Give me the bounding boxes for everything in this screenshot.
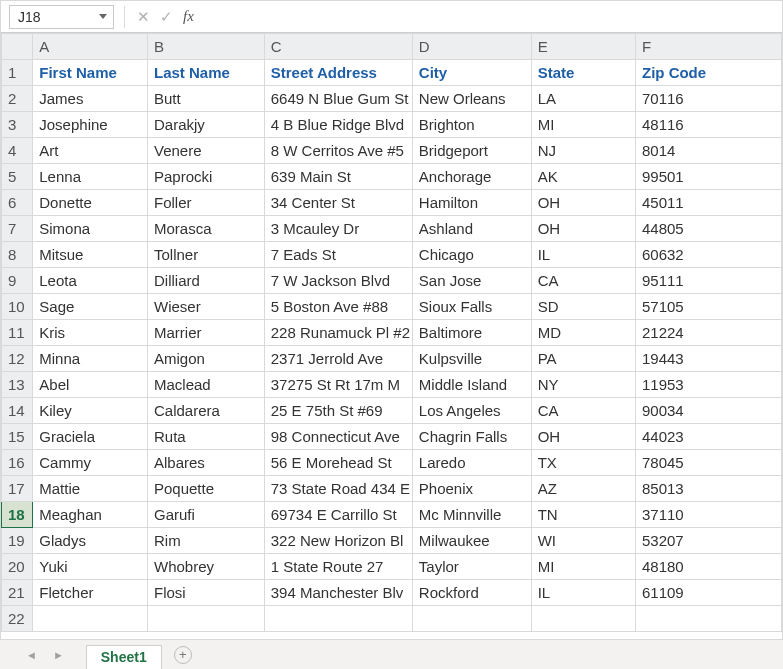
cell[interactable]: Foller bbox=[147, 190, 264, 216]
cell[interactable]: SD bbox=[531, 294, 635, 320]
cell[interactable]: 90034 bbox=[635, 398, 781, 424]
cell[interactable]: San Jose bbox=[412, 268, 531, 294]
row-header[interactable]: 17 bbox=[2, 476, 33, 502]
row-header[interactable]: 22 bbox=[2, 606, 33, 632]
cell[interactable]: OH bbox=[531, 424, 635, 450]
row-header[interactable]: 10 bbox=[2, 294, 33, 320]
cell[interactable]: Paprocki bbox=[147, 164, 264, 190]
cell[interactable]: Wieser bbox=[147, 294, 264, 320]
cell[interactable]: 95111 bbox=[635, 268, 781, 294]
cell[interactable]: Caldarera bbox=[147, 398, 264, 424]
row-header[interactable]: 2 bbox=[2, 86, 33, 112]
cell[interactable]: AZ bbox=[531, 476, 635, 502]
enter-icon[interactable]: ✓ bbox=[160, 8, 173, 26]
cell[interactable] bbox=[147, 606, 264, 632]
cell[interactable]: Donette bbox=[33, 190, 148, 216]
cell[interactable]: Butt bbox=[147, 86, 264, 112]
cell[interactable]: NY bbox=[531, 372, 635, 398]
cell[interactable]: Poquette bbox=[147, 476, 264, 502]
header-cell[interactable]: Street Address bbox=[264, 60, 412, 86]
cell[interactable]: 99501 bbox=[635, 164, 781, 190]
cell[interactable]: IL bbox=[531, 580, 635, 606]
cell[interactable]: Brighton bbox=[412, 112, 531, 138]
cell[interactable]: Rim bbox=[147, 528, 264, 554]
row-header[interactable]: 11 bbox=[2, 320, 33, 346]
row-header[interactable]: 3 bbox=[2, 112, 33, 138]
cell[interactable]: 8 W Cerritos Ave #5 bbox=[264, 138, 412, 164]
cell[interactable]: Mattie bbox=[33, 476, 148, 502]
cell[interactable]: Flosi bbox=[147, 580, 264, 606]
cell[interactable]: 21224 bbox=[635, 320, 781, 346]
cell[interactable]: Chicago bbox=[412, 242, 531, 268]
cell[interactable]: Fletcher bbox=[33, 580, 148, 606]
row-header[interactable]: 7 bbox=[2, 216, 33, 242]
cell[interactable]: 8014 bbox=[635, 138, 781, 164]
cell[interactable]: Maclead bbox=[147, 372, 264, 398]
cell[interactable]: 6649 N Blue Gum St bbox=[264, 86, 412, 112]
cell[interactable]: Dilliard bbox=[147, 268, 264, 294]
cell[interactable]: Los Angeles bbox=[412, 398, 531, 424]
cell[interactable]: 85013 bbox=[635, 476, 781, 502]
row-header[interactable]: 13 bbox=[2, 372, 33, 398]
cell[interactable]: WI bbox=[531, 528, 635, 554]
cell[interactable]: 25 E 75th St #69 bbox=[264, 398, 412, 424]
cell[interactable]: 19443 bbox=[635, 346, 781, 372]
header-cell[interactable]: City bbox=[412, 60, 531, 86]
cell[interactable]: TN bbox=[531, 502, 635, 528]
cell[interactable]: 7 W Jackson Blvd bbox=[264, 268, 412, 294]
cell[interactable]: Amigon bbox=[147, 346, 264, 372]
cell[interactable]: 69734 E Carrillo St bbox=[264, 502, 412, 528]
cell[interactable]: Kulpsville bbox=[412, 346, 531, 372]
cell[interactable] bbox=[412, 606, 531, 632]
row-header[interactable]: 1 bbox=[2, 60, 33, 86]
cell[interactable]: 57105 bbox=[635, 294, 781, 320]
row-header[interactable]: 9 bbox=[2, 268, 33, 294]
cell[interactable]: Gladys bbox=[33, 528, 148, 554]
cell[interactable]: Abel bbox=[33, 372, 148, 398]
cell[interactable]: 11953 bbox=[635, 372, 781, 398]
cell[interactable]: Minna bbox=[33, 346, 148, 372]
col-header-E[interactable]: E bbox=[531, 34, 635, 60]
cell[interactable] bbox=[33, 606, 148, 632]
cell[interactable]: 44023 bbox=[635, 424, 781, 450]
cell[interactable]: 639 Main St bbox=[264, 164, 412, 190]
cell[interactable]: Ruta bbox=[147, 424, 264, 450]
cell[interactable]: OH bbox=[531, 216, 635, 242]
cell[interactable]: 3 Mcauley Dr bbox=[264, 216, 412, 242]
cell[interactable]: 394 Manchester Blv bbox=[264, 580, 412, 606]
cell[interactable]: Baltimore bbox=[412, 320, 531, 346]
row-header[interactable]: 20 bbox=[2, 554, 33, 580]
cell[interactable]: Phoenix bbox=[412, 476, 531, 502]
cell[interactable]: Venere bbox=[147, 138, 264, 164]
cell[interactable]: Simona bbox=[33, 216, 148, 242]
cell[interactable]: Graciela bbox=[33, 424, 148, 450]
row-header[interactable]: 14 bbox=[2, 398, 33, 424]
cell[interactable]: Whobrey bbox=[147, 554, 264, 580]
cell[interactable]: 1 State Route 27 bbox=[264, 554, 412, 580]
header-cell[interactable]: Last Name bbox=[147, 60, 264, 86]
cell[interactable]: Yuki bbox=[33, 554, 148, 580]
cell[interactable]: Darakjy bbox=[147, 112, 264, 138]
cell[interactable] bbox=[635, 606, 781, 632]
col-header-D[interactable]: D bbox=[412, 34, 531, 60]
col-header-A[interactable]: A bbox=[33, 34, 148, 60]
cell[interactable]: Mc Minnville bbox=[412, 502, 531, 528]
cell[interactable]: 60632 bbox=[635, 242, 781, 268]
cell[interactable]: Kris bbox=[33, 320, 148, 346]
cell[interactable]: MI bbox=[531, 112, 635, 138]
cell[interactable]: 7 Eads St bbox=[264, 242, 412, 268]
cell[interactable]: Anchorage bbox=[412, 164, 531, 190]
header-cell[interactable]: First Name bbox=[33, 60, 148, 86]
cell[interactable]: Taylor bbox=[412, 554, 531, 580]
row-header[interactable]: 4 bbox=[2, 138, 33, 164]
cell[interactable]: 2371 Jerrold Ave bbox=[264, 346, 412, 372]
cell[interactable]: Morasca bbox=[147, 216, 264, 242]
nav-next-icon[interactable]: ► bbox=[45, 649, 72, 661]
cell[interactable]: 37110 bbox=[635, 502, 781, 528]
cell[interactable]: Cammy bbox=[33, 450, 148, 476]
cell[interactable]: Ashland bbox=[412, 216, 531, 242]
cell[interactable]: 37275 St Rt 17m M bbox=[264, 372, 412, 398]
cell[interactable]: Kiley bbox=[33, 398, 148, 424]
cell[interactable]: LA bbox=[531, 86, 635, 112]
add-sheet-button[interactable]: + bbox=[174, 646, 192, 664]
